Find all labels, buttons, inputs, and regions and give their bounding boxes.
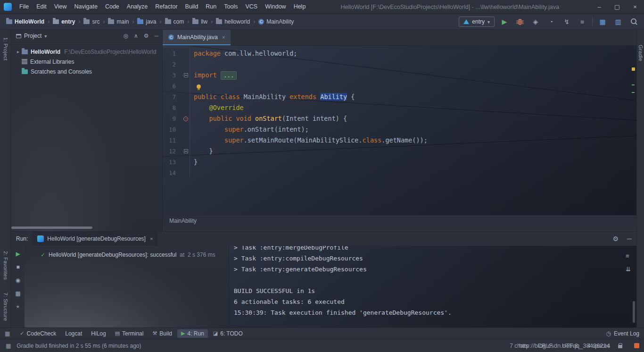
toolwindow-button-hilog[interactable]: HiLog [87, 329, 109, 338]
run-tree-root-node[interactable]: ✓ HelloWorld [generateDebugResources]: s… [41, 251, 224, 258]
restore-layout-button[interactable]: ▦ [15, 290, 20, 297]
menu-help[interactable]: Help [290, 0, 310, 14]
stop-button[interactable]: ■ [16, 264, 19, 270]
code-line-14: 14 [163, 168, 636, 178]
status-crlf[interactable]: CRLF [538, 343, 553, 349]
debug-button[interactable] [514, 17, 526, 26]
breadcrumb-item-java[interactable]: java [136, 17, 157, 26]
locate-file-button[interactable]: ◎ [123, 33, 128, 39]
maximize-button[interactable]: ▢ [608, 0, 626, 14]
chevron-right-icon[interactable]: ▸ [15, 49, 21, 54]
breadcrumb-item-mainability[interactable]: CMainAbility [257, 17, 295, 26]
code-editor[interactable]: 1package com.llw.helloworld;23import ...… [163, 46, 636, 215]
menu-analyze[interactable]: Analyze [123, 0, 151, 14]
run-console[interactable]: > Task :entry:mergeDebugProfile> Task :e… [229, 246, 636, 327]
hide-panel-button[interactable]: ─ [154, 33, 158, 39]
fold-handle-icon[interactable] [184, 149, 188, 153]
toolwindow-button-terminal[interactable]: ▤Terminal [111, 329, 148, 338]
settings-gear-icon[interactable]: ⚙ [613, 235, 619, 243]
hide-panel-button[interactable]: ─ [627, 235, 632, 243]
scroll-to-end-button[interactable]: ⇊ [626, 266, 631, 273]
breadcrumb-label: java [146, 18, 156, 25]
toolwindow-button-6-todo[interactable]: ◪6: TODO [209, 329, 247, 338]
fold-handle-icon[interactable] [184, 73, 188, 77]
menu-refactor[interactable]: Refactor [151, 0, 181, 14]
sdk-manager-button[interactable]: ▥ [612, 17, 624, 26]
toolwindow-button-structure[interactable]: 7: Structure [3, 293, 8, 321]
intention-bulb-icon[interactable] [197, 84, 201, 89]
attach-debugger-button[interactable]: ↯ [561, 17, 572, 26]
minimize-button[interactable]: – [590, 0, 608, 14]
editor-tab-mainability[interactable]: C MainAbility.java × [163, 30, 231, 45]
code-token: public class [194, 93, 244, 101]
rerun-button[interactable]: ▶ [16, 251, 20, 257]
status-4-spaces[interactable]: 4 spaces [587, 343, 610, 349]
menu-build[interactable]: Build [182, 0, 202, 14]
breadcrumb-item-llw[interactable]: llw [191, 17, 209, 26]
editor-gutter: 6 [163, 81, 190, 92]
line-number: 2 [163, 61, 176, 68]
vertical-scrollbar[interactable] [633, 301, 635, 323]
breadcrumb-item-com[interactable]: com [164, 17, 186, 26]
breadcrumb-item-entry[interactable]: entry [51, 17, 76, 26]
pin-tab-button[interactable]: ⌖ [17, 303, 20, 310]
status-7-chars[interactable]: 7 chars [510, 343, 528, 349]
menu-vcs[interactable]: VCS [241, 0, 261, 14]
breadcrumb-item-main[interactable]: main [107, 17, 130, 26]
search-everywhere-button[interactable] [628, 17, 639, 26]
menu-code[interactable]: Code [101, 0, 123, 14]
menu-tools[interactable]: Tools [220, 0, 241, 14]
settings-gear-icon[interactable]: ⚙ [144, 33, 149, 39]
project-tree-item-scratches-and-consoles[interactable]: Scratches and Consoles [11, 67, 162, 76]
device-manager-button[interactable]: ▦ [597, 17, 608, 26]
toolwindow-button-4-run[interactable]: ▶4: Run [177, 329, 208, 338]
csdn-badge-icon [634, 343, 639, 348]
toolwindow-button-codecheck[interactable]: ✓CodeCheck [16, 329, 60, 338]
project-tree-item-helloworld[interactable]: ▸HelloWorldF:\DevEcoStudioProjects\Hello… [11, 47, 162, 57]
breadcrumb-label: entry [61, 18, 75, 25]
close-button[interactable]: × [626, 0, 644, 14]
soft-wrap-button[interactable]: ≡ [626, 252, 631, 260]
run-options-icon[interactable]: ◉ [16, 277, 20, 284]
read-only-lock-icon[interactable] [618, 345, 622, 348]
vcs-stripe-mark[interactable] [632, 84, 635, 85]
collapse-all-button[interactable]: ∧ [134, 33, 138, 39]
toolwindow-button-logcat[interactable]: Logcat [61, 329, 86, 338]
toolwindow-toggle-icon[interactable]: ▦ [5, 330, 10, 337]
error-stripe[interactable] [631, 65, 636, 196]
toolwindow-button-project[interactable]: 1: Project [3, 37, 8, 60]
center-column: Project ▾ ◎ ∧ ⚙ ─ ▸HelloWorldF:\DevEcoSt… [11, 30, 636, 327]
vcs-stripe-mark[interactable] [632, 92, 635, 93]
coverage-button[interactable]: ◈ [530, 17, 541, 26]
toolwindow-quick-access-icon[interactable]: ▦ [6, 343, 11, 349]
menu-edit[interactable]: Edit [33, 0, 50, 14]
breadcrumb-item-src[interactable]: src [82, 17, 101, 26]
override-marker-icon[interactable]: ↑ [183, 117, 188, 121]
project-panel-title[interactable]: Project ▾ [16, 33, 47, 39]
status-utf-8[interactable]: UTF-8 [562, 343, 578, 349]
run-tab[interactable]: HelloWorld [generateDebugResources] × [33, 232, 157, 246]
menu-view[interactable]: View [50, 0, 71, 14]
console-side-icons: ≡ ⇊ [626, 252, 631, 273]
tab-close-icon[interactable]: × [150, 236, 153, 242]
menu-navigate[interactable]: Navigate [71, 0, 101, 14]
horizontal-scrollbar[interactable] [11, 226, 92, 229]
breadcrumb-item-helloworld[interactable]: HelloWorld [5, 17, 46, 26]
profiler-button[interactable]: ◔ [545, 17, 557, 26]
editor-breadcrumb[interactable]: MainAbility [163, 215, 636, 226]
toolwindow-button-favorites[interactable]: 2: Favorites [3, 251, 8, 280]
stop-button[interactable]: ■ [577, 17, 588, 26]
event-log-button[interactable]: ◷ Event Log [606, 330, 639, 337]
toolwindow-button-gradle[interactable]: Gradle [638, 45, 644, 61]
menu-window[interactable]: Window [261, 0, 289, 14]
toolwindow-button-build[interactable]: ⚒Build [149, 329, 176, 338]
project-tree-item-external-libraries[interactable]: External Libraries [11, 57, 162, 67]
breadcrumb-item-helloworld[interactable]: helloworld [215, 17, 251, 26]
run-button[interactable]: ▶ [499, 17, 510, 26]
menu-run[interactable]: Run [202, 0, 220, 14]
warning-stripe-mark[interactable] [632, 67, 635, 71]
breadcrumb-label: com [173, 18, 184, 25]
tab-close-icon[interactable]: × [222, 34, 225, 40]
menu-file[interactable]: File [16, 0, 33, 14]
run-config-select[interactable]: entry ▾ [459, 17, 495, 27]
